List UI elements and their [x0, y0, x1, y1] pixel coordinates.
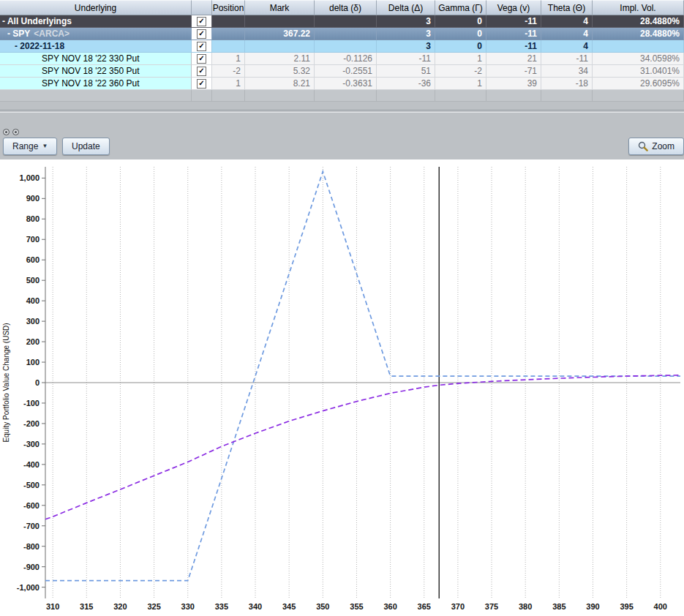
- cell-delta-per-contract: [315, 28, 377, 40]
- underlying-cell[interactable]: - SPY<ARCA>: [0, 28, 192, 40]
- column-header-gamma[interactable]: Gamma (Γ): [435, 0, 486, 15]
- row-checkbox[interactable]: ✓: [197, 79, 206, 89]
- cell-delta: -11: [377, 53, 435, 65]
- column-header-mark[interactable]: Mark: [245, 0, 315, 15]
- column-header-delta[interactable]: Delta (Δ): [377, 0, 435, 15]
- cell-mark: [245, 40, 315, 53]
- cell-delta: [377, 90, 435, 102]
- exchange-label: <ARCA>: [34, 29, 69, 39]
- column-header-theta[interactable]: Theta (Θ): [541, 0, 593, 15]
- cell-impl-vol: 31.0401%: [593, 65, 684, 78]
- table-row: NEW: [0, 90, 684, 102]
- row-checkbox[interactable]: ✓: [197, 42, 206, 51]
- y-tick-label: 200: [26, 337, 40, 346]
- y-axis-title: Equity Portfolio Value Change (USD): [2, 323, 10, 442]
- underlying-label: SPY NOV 18 '22 360 Put: [42, 78, 140, 89]
- cell-delta: 3: [377, 40, 435, 53]
- y-tick-label: 700: [26, 235, 40, 244]
- column-header-underlying[interactable]: Underlying: [0, 0, 192, 15]
- table-row: - 2022-11-18✓30-114: [0, 40, 684, 53]
- cell-mark: 8.21: [245, 78, 315, 90]
- underlying-label: SPY NOV 18 '22 350 Put: [42, 66, 140, 76]
- row-checkbox[interactable]: ✓: [197, 29, 206, 39]
- cell-mark: 2.11: [245, 53, 315, 65]
- chart-svg: 1,0009008007006005004003002001000-100-20…: [0, 159, 684, 616]
- cell-vega: 21: [486, 53, 541, 65]
- checkbox-cell: ✓: [192, 28, 212, 40]
- cell-position: -2: [212, 65, 245, 78]
- underlying-cell[interactable]: SPY NOV 18 '22 360 Put: [0, 78, 192, 90]
- cell-delta: 3: [377, 15, 435, 28]
- underlying-cell[interactable]: - All Underlyings: [0, 15, 192, 28]
- cell-theta: 34: [541, 65, 593, 78]
- cell-delta-per-contract: -0.1126: [315, 53, 377, 65]
- zoom-button[interactable]: Zoom: [628, 138, 684, 155]
- cell-theta: 4: [541, 15, 593, 28]
- y-tick-label: -500: [23, 481, 40, 489]
- underlying-cell[interactable]: SPY NOV 18 '22 330 Put: [0, 53, 192, 65]
- x-tick-label: 345: [282, 602, 296, 611]
- y-tick-label: -300: [23, 440, 40, 448]
- cell-position: [212, 40, 245, 53]
- cell-delta-per-contract: [315, 40, 377, 53]
- update-button[interactable]: Update: [62, 138, 110, 155]
- y-tick-label: 800: [26, 214, 40, 223]
- cell-vega: -11: [486, 28, 541, 40]
- splitter-divider[interactable]: [0, 110, 684, 113]
- x-tick-label: 315: [80, 602, 93, 611]
- column-header-vega-v[interactable]: Vega (v): [486, 0, 541, 15]
- column-header-impl-vol[interactable]: Impl. Vol.: [593, 0, 684, 15]
- row-checkbox[interactable]: ✓: [197, 54, 206, 64]
- x-tick-label: 385: [552, 602, 565, 611]
- range-button[interactable]: Range ▼: [3, 138, 57, 155]
- column-header-delta[interactable]: delta (δ): [315, 0, 377, 15]
- cell-theta: 4: [541, 40, 593, 53]
- splitter-handle-icon[interactable]: [3, 129, 10, 135]
- cell-gamma: 0: [435, 15, 486, 28]
- cell-vega: -71: [486, 65, 541, 78]
- y-tick-label: 900: [26, 194, 40, 203]
- cell-delta: 51: [377, 65, 435, 78]
- cell-theta: -11: [541, 53, 593, 65]
- cell-position: [212, 28, 245, 40]
- cell-gamma: -2: [435, 65, 486, 78]
- underlying-cell[interactable]: SPY NOV 18 '22 350 Put: [0, 65, 192, 78]
- splitter-handle-icon[interactable]: [12, 129, 19, 135]
- cell-theta: -18: [541, 78, 593, 90]
- checkbox-cell: ✓: [192, 53, 212, 65]
- cell-gamma: 0: [435, 28, 486, 40]
- y-tick-label: -600: [23, 501, 40, 510]
- x-tick-label: 370: [451, 602, 465, 611]
- risk-table: UnderlyingPositionMarkdelta (δ)Delta (Δ)…: [0, 0, 684, 102]
- cell-mark: [245, 90, 315, 102]
- underlying-cell[interactable]: - 2022-11-18: [0, 40, 192, 53]
- cell-theta: 4: [541, 28, 593, 40]
- y-tick-label: 100: [26, 358, 40, 367]
- series-expiration-payoff: [45, 171, 680, 580]
- update-button-label: Update: [72, 141, 100, 151]
- cell-delta-per-contract: -0.2551: [315, 65, 377, 78]
- column-header-select[interactable]: [192, 0, 212, 15]
- row-checkbox[interactable]: ✓: [197, 67, 206, 76]
- cell-mark: 5.32: [245, 65, 315, 78]
- table-row: - All Underlyings✓30-11428.4880%: [0, 15, 684, 28]
- x-tick-label: 340: [249, 602, 262, 611]
- y-tick-label: 1,000: [19, 173, 40, 182]
- x-tick-label: 335: [215, 602, 228, 611]
- table-row: SPY NOV 18 '22 360 Put✓18.21-0.3631-3613…: [0, 78, 684, 90]
- x-tick-label: 375: [485, 602, 498, 611]
- cell-delta-per-contract: [315, 90, 377, 102]
- underlying-label: NEW: [85, 91, 107, 101]
- column-header-position[interactable]: Position: [212, 0, 245, 15]
- chevron-down-icon: ▼: [42, 143, 48, 149]
- chart-toolbar: Range ▼ Update Zoom: [0, 102, 684, 159]
- cell-impl-vol: 29.6095%: [593, 78, 684, 90]
- series-t-plus-zero: [45, 375, 680, 519]
- y-tick-label: -200: [23, 419, 40, 428]
- row-checkbox[interactable]: ✓: [197, 17, 206, 26]
- new-position-button[interactable]: NEW: [0, 90, 192, 102]
- checkbox-cell: ✓: [192, 40, 212, 53]
- y-tick-label: -800: [23, 542, 40, 551]
- underlying-label: - 2022-11-18: [15, 41, 64, 51]
- y-tick-label: 0: [35, 378, 40, 387]
